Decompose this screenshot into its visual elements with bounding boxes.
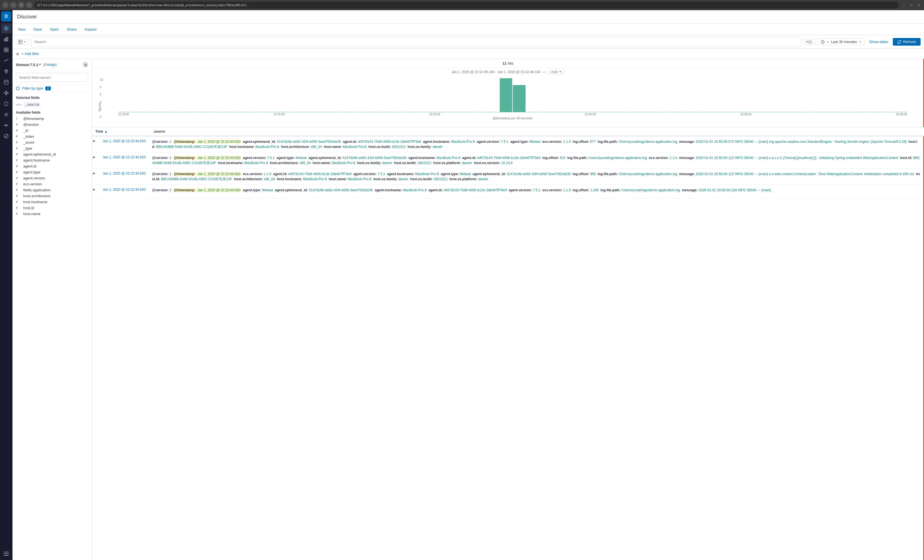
svg-rect-7	[4, 50, 6, 52]
save-button[interactable]: Save	[31, 26, 44, 33]
nav-uptime-icon[interactable]	[1, 131, 11, 141]
search-input-wrapper[interactable]	[31, 37, 801, 47]
toolbar: New Save Open Share Inspect	[12, 24, 924, 35]
browser-forward-button[interactable]: →	[10, 2, 16, 8]
browser-menu-button[interactable]: ≡	[915, 2, 922, 8]
nav-siem-icon[interactable]	[1, 99, 11, 109]
row-expand-button-2[interactable]: ▶	[92, 153, 100, 168]
show-dates-button[interactable]: Show dates	[867, 39, 891, 45]
add-filter-button[interactable]: + Add filter	[21, 52, 39, 56]
field-host-name[interactable]: # host.name	[12, 211, 92, 217]
browser-extensions-button[interactable]: ⋮	[901, 2, 907, 8]
field-id[interactable]: # _id	[12, 127, 92, 133]
new-button[interactable]: New	[16, 26, 28, 33]
kibana-logo[interactable]: D	[1, 11, 11, 21]
inspect-button[interactable]: Inspect	[82, 26, 99, 33]
nav-canvas-icon[interactable]	[1, 77, 11, 87]
histogram-x-axis: 22:15:00 22:20:00 22:25:00 22:30:00 22:3…	[112, 112, 913, 117]
row-expand-button-3[interactable]: ▶	[92, 169, 100, 184]
filter-bar: ⊕ + Add filter	[12, 49, 924, 59]
histogram-bar[interactable]	[500, 78, 512, 112]
field-name-host-name: host.name	[23, 212, 40, 216]
open-button[interactable]: Open	[48, 26, 61, 33]
browser-back-button[interactable]: ←	[2, 2, 9, 8]
discover-panel: 11 hits Jan 1, 2020 @ 22:12:46.194 - Jan…	[92, 59, 924, 560]
field-type-icon-index: #	[16, 135, 21, 138]
histogram-bar[interactable]	[513, 85, 525, 112]
nav-discover-icon[interactable]	[1, 23, 11, 33]
svg-point-16	[5, 114, 7, 115]
nav-ml-icon[interactable]	[1, 88, 11, 98]
field-type-icon-host-architecture: #	[16, 194, 21, 198]
selected-field-source: </> _source	[12, 101, 92, 108]
nav-dashboard-icon[interactable]	[1, 45, 11, 55]
field-agent-hostname[interactable]: # agent.hostname	[12, 157, 92, 163]
field-agent-version[interactable]: # agent.version	[12, 175, 92, 181]
nav-hamburger-icon[interactable]	[1, 549, 11, 559]
filter-icon[interactable]: ⊕	[16, 52, 19, 56]
browser-url-bar[interactable]: 127.0.0.1:5601/app/kibana#/discover?_g=(…	[34, 2, 899, 9]
svg-point-11	[5, 92, 7, 94]
field-host-architecture[interactable]: # host.architecture	[12, 193, 92, 199]
refresh-button[interactable]: Refresh	[893, 38, 921, 46]
row-expand-button-1[interactable]: ▶	[92, 136, 100, 152]
field-score[interactable]: # _score	[12, 139, 92, 145]
field-type-icon-agent-type: #	[16, 170, 21, 174]
nav-timelion-icon[interactable]	[1, 55, 11, 66]
field-agent-id[interactable]: # agent.id	[12, 163, 92, 169]
field-host-hostname[interactable]: # host.hostname	[12, 199, 92, 205]
browser-home-button[interactable]: ⌂	[26, 2, 32, 8]
field-index[interactable]: # _index	[12, 133, 92, 139]
filter-by-type-row[interactable]: Filter by type 0	[12, 84, 92, 92]
field-type-icon-timestamp: t	[16, 117, 21, 120]
results-table[interactable]: Time ▲ _source ▶ Jan 1, 2020 @ 22:22:44.…	[92, 127, 924, 560]
field-fields-application[interactable]: # fields.application	[12, 187, 92, 193]
auto-interval-select[interactable]: Auto	[549, 69, 565, 75]
row-time-4[interactable]: Jan 1, 2020 @ 22:22:44.820	[100, 185, 148, 198]
filter-by-type-label: Filter by type	[22, 86, 43, 90]
main-area: Discover New Save Open Share Inspect KQL…	[12, 10, 924, 560]
field-name-index: _index	[23, 134, 34, 139]
kibana-logo-letter: D	[4, 14, 8, 19]
search-input[interactable]	[34, 40, 798, 44]
source-field-type-icon: </>	[16, 103, 21, 106]
share-button[interactable]: Share	[64, 26, 79, 33]
field-timestamp[interactable]: t @timestamp	[12, 115, 92, 121]
index-selector[interactable]	[16, 39, 29, 45]
table-row: ▶ Jan 1, 2020 @ 22:22:44.820 @version: 1…	[92, 169, 924, 185]
nav-maps-icon[interactable]	[1, 66, 11, 76]
histogram-chart	[112, 78, 913, 112]
svg-rect-18	[4, 552, 9, 553]
x-axis-label: @timestamp per 30 seconds	[112, 117, 913, 121]
svg-rect-4	[7, 37, 8, 41]
nav-management-icon[interactable]	[1, 109, 11, 120]
field-search-input[interactable]	[16, 73, 88, 82]
table-row: ▶ Jan 1, 2020 @ 22:22:44.820 @version: 1…	[92, 136, 924, 153]
auto-label: Auto	[551, 70, 558, 74]
hits-count: 11	[502, 61, 507, 66]
field-agent-type[interactable]: # agent.type	[12, 169, 92, 175]
kql-badge[interactable]: KQL	[804, 39, 815, 45]
sidebar-collapse-button[interactable]: ◀	[82, 62, 88, 67]
row-time-3[interactable]: Jan 1, 2020 @ 22:22:44.820	[100, 169, 148, 184]
field-host-id[interactable]: # host.id	[12, 205, 92, 211]
field-ecs-version[interactable]: # ecs.version	[12, 181, 92, 187]
row-expand-button-4[interactable]: ▶	[92, 185, 100, 198]
time-picker[interactable]: Last 30 minutes	[818, 38, 865, 45]
sidebar: filebeat-7.5.1-* (change) ◀ Filter by ty…	[12, 59, 92, 560]
hits-label: hits	[508, 61, 513, 66]
nav-visualize-icon[interactable]	[1, 34, 11, 44]
column-header-time[interactable]: Time ▲	[92, 127, 148, 136]
field-type-icon-host-name: #	[16, 212, 21, 216]
row-time-2[interactable]: Jan 1, 2020 @ 22:22:44.820	[100, 153, 148, 168]
browser-bookmark-button[interactable]: ☆	[908, 2, 914, 8]
row-time-1[interactable]: Jan 1, 2020 @ 22:22:44.820	[100, 136, 148, 152]
nav-apm-icon[interactable]	[1, 120, 11, 130]
field-type[interactable]: # _type	[12, 145, 92, 151]
field-agent-ephemeral-id[interactable]: # agent.ephemeral_id	[12, 151, 92, 157]
field-type-icon-agent-id: #	[16, 165, 21, 168]
field-name-agent-type: agent.type	[23, 170, 40, 174]
browser-refresh-button[interactable]: ↻	[18, 2, 24, 8]
field-version[interactable]: # @version	[12, 121, 92, 127]
sidebar-change-link[interactable]: (change)	[43, 63, 57, 67]
